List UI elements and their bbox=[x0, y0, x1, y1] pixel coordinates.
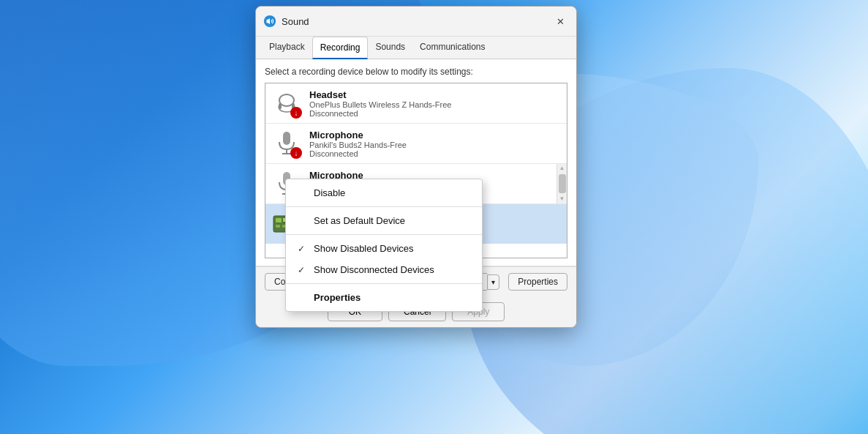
device-icon-mic-buds: ↓ bbox=[271, 128, 302, 159]
ctx-check-show-disabled: ✓ bbox=[298, 244, 308, 254]
tab-bar: Playback Recording Sounds Communications bbox=[256, 37, 576, 59]
ctx-label-show-disabled: Show Disabled Devices bbox=[314, 243, 414, 254]
ctx-properties[interactable]: Properties bbox=[286, 287, 482, 308]
content-description: Select a recording device below to modif… bbox=[265, 67, 567, 77]
device-item-headset[interactable]: ↓ Headset OnePlus Bullets Wireless Z Han… bbox=[265, 83, 567, 124]
tab-playback[interactable]: Playback bbox=[262, 37, 312, 59]
ctx-label-set-default: Set as Default Device bbox=[314, 215, 405, 226]
ctx-label-disable: Disable bbox=[314, 187, 345, 198]
set-default-dropdown[interactable]: ▾ bbox=[487, 274, 499, 290]
device-status-mic-buds: Disconnected bbox=[309, 149, 561, 158]
ctx-label-show-disconnected: Show Disconnected Devices bbox=[314, 264, 434, 275]
ctx-sep-2 bbox=[286, 234, 482, 235]
device-name-mic-buds: Microphone bbox=[309, 130, 561, 141]
device-sub-headset: OnePlus Bullets Wireless Z Hands-Free bbox=[309, 100, 561, 109]
badge-mic-buds: ↓ bbox=[290, 147, 302, 159]
ctx-disable[interactable]: Disable bbox=[286, 182, 482, 203]
sound-icon bbox=[263, 15, 276, 28]
device-status-headset: Disconnected bbox=[309, 109, 561, 118]
dialog-title: Sound bbox=[282, 16, 550, 27]
ctx-set-default[interactable]: Set as Default Device bbox=[286, 210, 482, 231]
ctx-sep-1 bbox=[286, 206, 482, 207]
svg-point-1 bbox=[279, 94, 294, 106]
device-info-headset: Headset OnePlus Bullets Wireless Z Hands… bbox=[309, 89, 561, 118]
context-menu: Disable Set as Default Device ✓ Show Dis… bbox=[285, 179, 483, 312]
svg-rect-12 bbox=[276, 225, 280, 228]
device-sub-mic-buds: Pankil's Buds2 Hands-Free bbox=[309, 141, 561, 149]
tab-sounds[interactable]: Sounds bbox=[368, 37, 412, 59]
title-bar: Sound ✕ bbox=[256, 7, 576, 37]
device-icon-headset: ↓ bbox=[271, 88, 302, 119]
badge-headset: ↓ bbox=[290, 107, 302, 119]
tab-communications[interactable]: Communications bbox=[412, 37, 492, 59]
ctx-show-disabled[interactable]: ✓ Show Disabled Devices bbox=[286, 238, 482, 259]
ctx-check-show-disconnected: ✓ bbox=[298, 265, 308, 275]
device-item-mic-buds[interactable]: ↓ Microphone Pankil's Buds2 Hands-Free D… bbox=[265, 124, 567, 164]
close-button[interactable]: ✕ bbox=[550, 11, 570, 31]
ctx-label-properties: Properties bbox=[314, 292, 361, 303]
svg-rect-4 bbox=[283, 132, 290, 145]
scrollbar[interactable]: ▲ ▼ bbox=[556, 164, 567, 203]
device-name-headset: Headset bbox=[309, 89, 561, 100]
svg-rect-11 bbox=[276, 218, 282, 222]
tab-recording[interactable]: Recording bbox=[312, 37, 369, 59]
device-info-mic-buds: Microphone Pankil's Buds2 Hands-Free Dis… bbox=[309, 130, 561, 158]
ctx-sep-3 bbox=[286, 283, 482, 284]
properties-button[interactable]: Properties bbox=[508, 273, 567, 291]
ctx-show-disconnected[interactable]: ✓ Show Disconnected Devices bbox=[286, 259, 482, 280]
